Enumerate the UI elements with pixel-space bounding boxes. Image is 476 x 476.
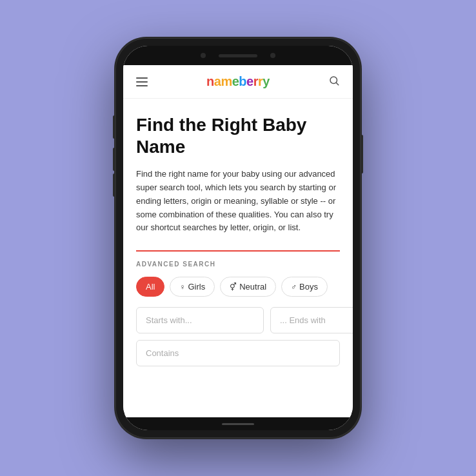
neutral-icon: ⚥: [230, 283, 237, 292]
phone-screen: nameberry Find the Right Baby Name Find …: [123, 46, 353, 430]
filter-all[interactable]: All: [136, 277, 164, 297]
filter-boys[interactable]: ♂ Boys: [281, 277, 328, 297]
content-area: nameberry Find the Right Baby Name Find …: [123, 65, 353, 417]
advanced-search-section: ADVANCED SEARCH All ♀ Girls ⚥ Neutral: [136, 250, 340, 366]
camera-dot: [201, 53, 206, 58]
starts-ends-row: [136, 307, 340, 333]
filter-neutral[interactable]: ⚥ Neutral: [220, 277, 276, 297]
ends-with-input[interactable]: [270, 307, 353, 333]
gender-filters: All ♀ Girls ⚥ Neutral ♂ Boys: [136, 277, 340, 297]
section-label: ADVANCED SEARCH: [136, 261, 340, 268]
contains-input[interactable]: [136, 340, 340, 366]
filter-all-label: All: [146, 282, 155, 292]
search-icon[interactable]: [328, 75, 340, 89]
filter-neutral-label: Neutral: [239, 282, 266, 292]
phone-top-bar: [123, 46, 353, 65]
navbar: nameberry: [123, 65, 353, 99]
main-content: Find the Right Baby Name Find the right …: [123, 99, 353, 417]
page-title: Find the Right Baby Name: [136, 114, 340, 157]
filter-boys-label: Boys: [299, 282, 318, 292]
svg-line-1: [336, 83, 338, 84]
camera-dot-right: [270, 53, 275, 58]
speaker-bar: [219, 54, 257, 57]
phone-shell: nameberry Find the Right Baby Name Find …: [115, 38, 361, 438]
site-logo[interactable]: nameberry: [206, 74, 270, 89]
home-indicator: [222, 423, 254, 425]
filter-girls[interactable]: ♀ Girls: [170, 277, 215, 297]
filter-girls-label: Girls: [188, 282, 205, 292]
svg-point-0: [330, 77, 337, 84]
page-description: Find the right name for your baby using …: [136, 168, 340, 235]
menu-button[interactable]: [136, 77, 148, 86]
phone-bottom-bar: [123, 417, 353, 430]
boys-icon: ♂: [291, 283, 297, 292]
starts-with-input[interactable]: [136, 307, 264, 333]
girls-icon: ♀: [179, 283, 185, 292]
